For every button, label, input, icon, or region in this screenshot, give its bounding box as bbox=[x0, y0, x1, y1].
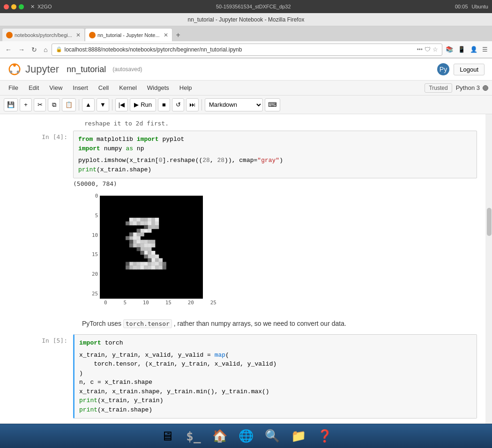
code-torchtensor: torch.tensor, (x_train, y_train, x_valid… bbox=[79, 360, 276, 367]
move-down-button[interactable]: ▼ bbox=[97, 98, 109, 111]
jupyter-header: Jupyter nn_tutorial (autosaved) Py Logou… bbox=[0, 59, 492, 81]
address-bar[interactable]: 🔒 localhost:8888/notebooks/notebooks/pyt… bbox=[52, 44, 442, 56]
taskbar-home-icon[interactable]: 🏠 bbox=[210, 427, 229, 446]
system-bar-left: ✕ X2GO bbox=[4, 4, 52, 10]
move-up-button[interactable]: ▲ bbox=[82, 98, 95, 111]
stop-button[interactable]: ■ bbox=[158, 98, 170, 111]
cell-5-label: In [5]: bbox=[7, 334, 73, 419]
cell-5-line-4: torch.tensor, (x_train, y_train, x_valid… bbox=[79, 360, 472, 369]
paste-button[interactable]: 📋 bbox=[62, 98, 76, 111]
menu-icon[interactable]: ☰ bbox=[481, 44, 489, 54]
x-label-5: 5 bbox=[123, 300, 127, 306]
taskbar-monitor-icon[interactable]: 🖥 bbox=[158, 427, 177, 446]
browser-tab-2[interactable]: nn_tutorial - Jupyter Note... ✕ bbox=[85, 28, 172, 41]
autosaved-label: (autosaved) bbox=[112, 66, 142, 73]
taskbar-help-icon[interactable]: ❓ bbox=[315, 427, 334, 446]
notebook-title[interactable]: nn_tutorial bbox=[67, 65, 106, 74]
prev-button[interactable]: |◀ bbox=[115, 98, 128, 111]
prose-between-cells: PyTorch uses torch.tensor , rather than … bbox=[0, 315, 485, 332]
system-time: 00:05 bbox=[455, 4, 468, 9]
y-label-5: 5 bbox=[92, 213, 98, 219]
system-bar-center: 50-1593561534_stDXFCE_dp32 bbox=[216, 4, 291, 9]
browser-tabs: notebooks/pytorch/begi... ✕ nn_tutorial … bbox=[0, 26, 492, 41]
tab2-close[interactable]: ✕ bbox=[164, 32, 168, 38]
y-axis-labels: 0 5 10 15 20 25 bbox=[92, 191, 100, 299]
more-options-icon[interactable]: ••• bbox=[417, 46, 423, 53]
system-os: Ubuntu bbox=[472, 4, 488, 9]
scroll-text: reshape it to 2d first. bbox=[84, 120, 169, 127]
jupyter-container: Jupyter nn_tutorial (autosaved) Py Logou… bbox=[0, 59, 492, 448]
new-tab-button[interactable]: + bbox=[172, 29, 184, 41]
system-bar-right: 00:05 Ubuntu bbox=[455, 4, 488, 9]
menu-items: File Edit View Insert Cell Kernel Widget… bbox=[4, 82, 197, 93]
jupyter-header-right: Py Logout bbox=[437, 63, 485, 76]
restart-button[interactable]: ↺ bbox=[172, 98, 184, 111]
kw-from: from bbox=[78, 136, 93, 143]
code-torch: torch bbox=[105, 339, 123, 346]
back-button[interactable]: ← bbox=[3, 44, 14, 55]
fast-forward-button[interactable]: ⏭ bbox=[186, 98, 199, 111]
cell-5-line-8: print(x_train, y_train) bbox=[79, 396, 472, 405]
taskbar-network-icon[interactable]: 🌐 bbox=[237, 427, 255, 446]
run-button[interactable]: ▶ Run bbox=[130, 98, 156, 111]
menu-file[interactable]: File bbox=[4, 82, 23, 93]
menu-insert[interactable]: Insert bbox=[68, 82, 93, 93]
browser-navbar: ← → ↻ ⌂ 🔒 localhost:8888/notebooks/noteb… bbox=[0, 41, 492, 58]
cell-4-content[interactable]: from matplotlib import pyplot import num… bbox=[73, 131, 477, 178]
library-icon[interactable]: 📚 bbox=[444, 44, 455, 54]
menu-edit[interactable]: Edit bbox=[24, 82, 44, 93]
menu-widgets[interactable]: Widgets bbox=[142, 82, 174, 93]
x-axis-labels: 0 5 10 15 20 25 bbox=[104, 299, 216, 306]
home-button[interactable]: ⌂ bbox=[41, 44, 50, 55]
save-button[interactable]: 💾 bbox=[4, 98, 18, 111]
svg-point-3 bbox=[17, 71, 20, 73]
bookmark-icon[interactable]: 🛡 bbox=[425, 46, 431, 53]
code-numpy: numpy bbox=[104, 145, 126, 152]
copy-button[interactable]: ⧉ bbox=[48, 98, 60, 111]
forward-button[interactable]: → bbox=[16, 44, 27, 55]
kernel-name: Python 3 bbox=[456, 84, 480, 91]
kw-as: as bbox=[126, 145, 133, 152]
close-button[interactable] bbox=[4, 4, 9, 9]
synced-tabs-icon[interactable]: 📱 bbox=[456, 44, 467, 54]
digit-canvas bbox=[100, 196, 203, 299]
y-label-0: 0 bbox=[92, 193, 98, 199]
cell-type-select[interactable]: Markdown Code Raw NBConvert Heading bbox=[205, 98, 263, 111]
maximize-button[interactable] bbox=[19, 4, 24, 9]
jupyter-wordmark: Jupyter bbox=[25, 63, 59, 75]
tab1-close[interactable]: ✕ bbox=[76, 32, 81, 38]
scrollbar[interactable] bbox=[485, 114, 492, 426]
reload-button[interactable]: ↻ bbox=[29, 44, 39, 55]
user-icon[interactable]: 👤 bbox=[469, 44, 479, 54]
minimize-button[interactable] bbox=[11, 4, 16, 9]
cell-5-line-5: ) bbox=[79, 369, 472, 378]
cell-4-label: In [4]: bbox=[7, 131, 73, 178]
nav-icons: 📚 📱 👤 ☰ bbox=[444, 44, 489, 54]
keyboard-shortcut-button[interactable]: ⌨ bbox=[265, 98, 280, 111]
menu-view[interactable]: View bbox=[45, 82, 67, 93]
toolbar: 💾 + ✂ ⧉ 📋 ▲ ▼ |◀ ▶ Run ■ ↺ ⏭ Markdown Co… bbox=[0, 95, 492, 114]
add-cell-button[interactable]: + bbox=[20, 98, 32, 111]
jupyter-logo: Jupyter nn_tutorial (autosaved) bbox=[7, 62, 142, 76]
scrollbar-thumb[interactable] bbox=[487, 208, 492, 236]
toolbar-separator-3 bbox=[201, 99, 202, 110]
browser-tab-1[interactable]: notebooks/pytorch/begi... ✕ bbox=[2, 28, 85, 41]
logout-button[interactable]: Logout bbox=[454, 64, 485, 75]
svg-text:Py: Py bbox=[440, 66, 447, 73]
menu-kernel[interactable]: Kernel bbox=[114, 82, 142, 93]
menu-cell[interactable]: Cell bbox=[94, 82, 113, 93]
cut-button[interactable]: ✂ bbox=[34, 98, 46, 111]
window-title: 50-1593561534_stDXFCE_dp32 bbox=[216, 4, 291, 9]
cell-5-content[interactable]: import torch x_train, y_train, x_valid, … bbox=[73, 334, 477, 419]
cell-5-line-6: n, c = x_train.shape bbox=[79, 378, 472, 387]
star-icon[interactable]: ☆ bbox=[432, 46, 438, 53]
x-label-15: 15 bbox=[165, 300, 171, 306]
kw-print: print bbox=[78, 166, 97, 173]
tab1-label: notebooks/pytorch/begi... bbox=[15, 32, 72, 38]
menu-help[interactable]: Help bbox=[175, 82, 197, 93]
kernel-info: Python 3 bbox=[456, 84, 488, 91]
taskbar-search-icon[interactable]: 🔍 bbox=[263, 427, 282, 446]
taskbar-terminal-icon[interactable]: $_ bbox=[184, 427, 203, 446]
toolbar-separator-1 bbox=[79, 99, 79, 110]
taskbar-files-icon[interactable]: 📁 bbox=[289, 427, 308, 446]
